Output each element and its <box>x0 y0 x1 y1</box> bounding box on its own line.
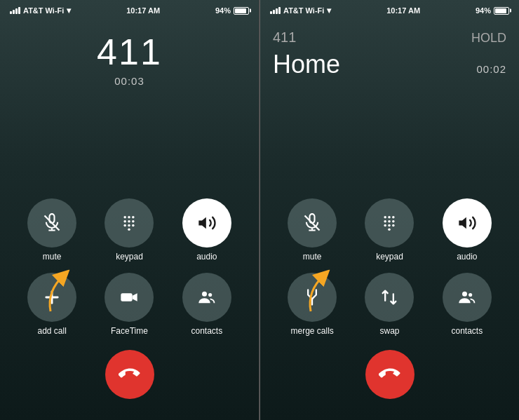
svg-point-23 <box>384 220 387 223</box>
audio-label-1: audio <box>196 252 217 262</box>
s-bar3 <box>276 8 278 14</box>
s-bar4 <box>278 7 281 14</box>
hold-number: 411 <box>273 29 296 46</box>
call-timer-1: 00:03 <box>97 75 162 87</box>
buttons-grid-2: mute keypad <box>260 198 519 336</box>
svg-point-26 <box>384 224 387 227</box>
keypad-label-2: keypad <box>376 252 403 262</box>
svg-point-3 <box>133 216 135 219</box>
s-bar2 <box>273 10 275 14</box>
swap-icon <box>379 287 399 307</box>
signal-bars-2 <box>270 7 281 14</box>
video-icon-1 <box>119 287 139 307</box>
keypad-button-2[interactable]: keypad <box>354 198 424 262</box>
keypad-circle-2 <box>365 198 414 248</box>
call-number-1: 411 <box>97 32 162 72</box>
audio-button-2[interactable]: audio <box>432 198 502 262</box>
contacts-button-1[interactable]: contacts <box>172 273 242 336</box>
keypad-icon-2 <box>379 213 399 233</box>
svg-point-21 <box>389 216 391 219</box>
end-call-icon-2 <box>379 363 401 386</box>
svg-point-2 <box>128 216 131 219</box>
signal-bars-1 <box>10 7 20 14</box>
phone-screen-2: AT&T Wi-Fi ▾ 10:17 AM 94% 411 HOLD Home … <box>260 0 519 420</box>
wifi-icon-2: ▾ <box>327 6 331 15</box>
phone-screen-1: AT&T Wi-Fi ▾ 10:17 AM 94% 411 00:03 mute <box>0 0 260 420</box>
keypad-icon-1 <box>119 213 139 233</box>
svg-point-6 <box>133 220 135 223</box>
bar4 <box>18 7 20 14</box>
status-bar-1: AT&T Wi-Fi ▾ 10:17 AM 94% <box>0 0 259 18</box>
svg-point-24 <box>389 220 391 223</box>
s-bar1 <box>270 11 272 14</box>
svg-point-7 <box>124 224 127 227</box>
mute-circle-1 <box>27 198 76 248</box>
status-left-1: AT&T Wi-Fi ▾ <box>10 6 71 15</box>
svg-point-27 <box>389 224 391 227</box>
swap-circle <box>365 273 414 322</box>
swap-button[interactable]: swap <box>354 273 424 336</box>
contacts-icon-2 <box>457 287 477 307</box>
svg-point-33 <box>469 293 472 297</box>
contacts-icon-1 <box>197 287 217 307</box>
svg-point-32 <box>462 292 467 297</box>
svg-point-4 <box>124 220 127 223</box>
svg-point-8 <box>128 224 131 227</box>
svg-point-17 <box>208 293 212 297</box>
svg-point-5 <box>128 220 131 223</box>
facetime-circle-1 <box>105 273 154 322</box>
bar1 <box>10 11 12 14</box>
bar3 <box>15 8 18 14</box>
svg-point-16 <box>202 292 207 297</box>
speaker-icon-1 <box>197 213 217 233</box>
carrier-label-2: AT&T Wi-Fi <box>283 6 324 15</box>
audio-circle-1 <box>182 198 231 248</box>
active-row: Home 00:02 <box>273 48 506 79</box>
call-info-dual: 411 HOLD Home 00:02 <box>260 29 519 79</box>
battery-percent-1: 94% <box>215 6 231 15</box>
active-timer: 00:02 <box>476 63 506 75</box>
status-bar-2: AT&T Wi-Fi ▾ 10:17 AM 94% <box>260 0 519 18</box>
svg-point-20 <box>384 216 387 219</box>
mute-circle-2 <box>288 198 337 248</box>
svg-point-25 <box>393 220 396 223</box>
facetime-button-1[interactable]: FaceTime <box>94 273 164 336</box>
contacts-button-2[interactable]: contacts <box>432 273 502 336</box>
contacts-label-2: contacts <box>451 326 483 336</box>
keypad-circle-1 <box>105 198 154 248</box>
time-label-2: 10:17 AM <box>386 6 420 15</box>
end-call-button-1[interactable] <box>105 350 154 399</box>
keypad-button-1[interactable]: keypad <box>94 198 164 262</box>
status-left-2: AT&T Wi-Fi ▾ <box>270 6 331 15</box>
call-info-1: 411 00:03 <box>97 32 162 87</box>
buttons-grid-1: mute keypad <box>0 198 259 336</box>
keypad-label-1: keypad <box>116 252 143 262</box>
svg-point-22 <box>393 216 396 219</box>
facetime-label-1: FaceTime <box>111 326 148 336</box>
audio-circle-2 <box>443 198 492 248</box>
hold-label: HOLD <box>471 31 506 46</box>
battery-fill-2 <box>495 8 506 13</box>
svg-rect-14 <box>121 293 133 302</box>
wifi-icon-1: ▾ <box>67 6 71 15</box>
speaker-icon-2 <box>457 213 477 233</box>
bar2 <box>13 10 15 14</box>
status-right-2: 94% <box>476 6 509 15</box>
mute-button-2[interactable]: mute <box>277 198 347 262</box>
swap-label: swap <box>379 326 399 336</box>
mute-button-1[interactable]: mute <box>17 198 87 262</box>
battery-icon-2 <box>494 7 509 15</box>
svg-point-9 <box>133 224 135 227</box>
svg-point-1 <box>124 216 127 219</box>
hold-row: 411 HOLD <box>273 29 506 46</box>
battery-fill-1 <box>235 8 246 13</box>
svg-marker-30 <box>459 217 466 229</box>
svg-point-10 <box>128 229 131 231</box>
audio-button-1[interactable]: audio <box>172 198 242 262</box>
end-call-button-2[interactable] <box>365 350 414 399</box>
contacts-circle-1 <box>182 273 231 322</box>
contacts-circle-2 <box>443 273 492 322</box>
svg-marker-11 <box>198 217 206 229</box>
audio-label-2: audio <box>457 252 477 262</box>
mic-off-icon-2 <box>302 213 322 233</box>
